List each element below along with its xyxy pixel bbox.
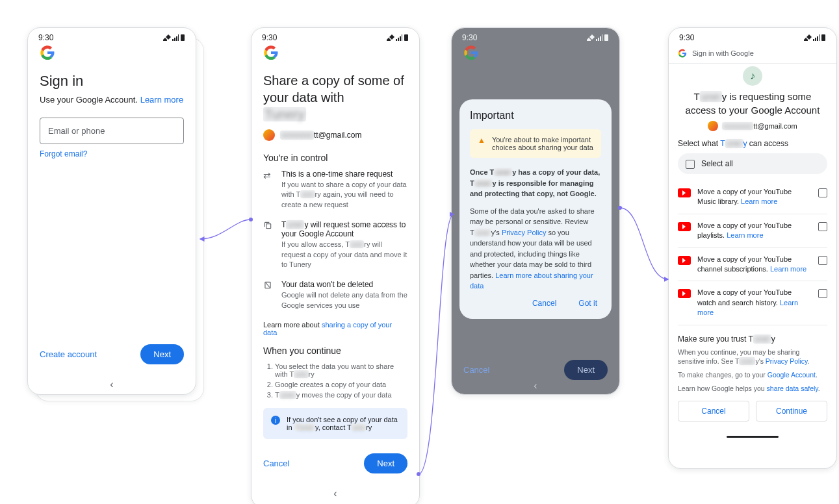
create-account-button[interactable]: Create account xyxy=(40,349,97,359)
page-title: Share a copy of some of your data with T… xyxy=(263,72,407,123)
learn-more-link[interactable]: Learn more xyxy=(770,265,807,273)
checkbox-icon[interactable] xyxy=(818,289,827,298)
info-access: Tunery will request some access to your … xyxy=(263,220,407,270)
status-icons xyxy=(387,34,409,42)
nav-back-icon[interactable]: ‹ xyxy=(28,375,196,394)
google-account-link[interactable]: Google Account xyxy=(768,371,816,379)
svg-line-4 xyxy=(266,283,270,288)
status-bar: 9:30 xyxy=(669,28,836,45)
google-logo-icon xyxy=(678,49,687,58)
learn-more-link[interactable]: Learn more xyxy=(727,231,763,239)
google-logo-icon xyxy=(463,45,479,60)
youtube-icon xyxy=(678,222,691,231)
svg-rect-6 xyxy=(821,34,825,41)
nav-back-icon[interactable]: ‹ xyxy=(252,484,419,503)
sign-in-with-google-bar: Sign in with Google xyxy=(669,45,836,64)
bg-cancel-button: Cancel xyxy=(463,365,489,375)
google-logo-icon xyxy=(263,45,279,60)
account-chip[interactable]: xxxxxxxxtt@gmail.com xyxy=(263,129,407,141)
youtube-icon xyxy=(678,188,691,197)
important-dialog: Important ▲ You're about to make importa… xyxy=(459,99,612,319)
info-nodelete: Your data won't be deleted Google will n… xyxy=(263,280,407,310)
checkbox-icon[interactable] xyxy=(818,188,827,197)
steps-list: You select the data you want to share wi… xyxy=(263,362,407,399)
dialog-p1: Once Tunery has a copy of your data, Tun… xyxy=(470,167,601,199)
privacy-link[interactable]: Privacy Policy xyxy=(502,229,546,236)
next-button[interactable]: Next xyxy=(140,344,184,364)
subtitle: Use your Google Account. Learn more xyxy=(40,95,184,105)
perm-music-library[interactable]: Move a copy of your YouTube Music librar… xyxy=(678,181,827,214)
app-badge-icon: ♪ xyxy=(743,66,762,86)
flow-arrow-1 xyxy=(196,208,255,247)
page-title: Sign in xyxy=(40,72,184,91)
svg-rect-2 xyxy=(266,224,271,229)
sync-icon: ⇄ xyxy=(263,170,275,210)
no-delete-icon xyxy=(263,281,275,310)
avatar-icon xyxy=(708,121,718,131)
app-name-redacted: Tunery xyxy=(263,107,306,121)
continue-button[interactable]: Continue xyxy=(756,401,827,422)
checkbox-icon[interactable] xyxy=(818,222,827,231)
dialog-gotit-button[interactable]: Got it xyxy=(574,298,601,309)
avatar-icon xyxy=(263,129,275,141)
dialog-p2: Some of the data you're asked to share m… xyxy=(470,206,601,292)
account-email: xxxxxxxxtt@gmail.com xyxy=(280,131,362,140)
warning-banner: ▲ You're about to make important choices… xyxy=(470,129,601,158)
home-indicator xyxy=(727,436,779,438)
email-field[interactable]: Email or phone xyxy=(40,118,184,144)
cancel-button[interactable]: Cancel xyxy=(263,459,289,468)
svg-rect-0 xyxy=(181,34,185,41)
status-icons xyxy=(163,34,185,42)
screen-share-consent: 9:30 Share a copy of some of your data w… xyxy=(251,27,420,504)
warning-icon: ▲ xyxy=(478,136,485,145)
forgot-email-link[interactable]: Forgot email? xyxy=(40,149,87,158)
nav-back-icon: ‹ xyxy=(452,376,619,395)
share-safely-link[interactable]: share data safely xyxy=(767,384,818,392)
screen-permissions: 9:30 Sign in with Google ♪ Tunery is req… xyxy=(668,27,837,469)
perm-subscriptions[interactable]: Move a copy of your YouTube channel subs… xyxy=(678,248,827,282)
status-bar: 9:30 xyxy=(28,28,196,45)
google-logo-icon xyxy=(40,45,55,60)
copy-icon xyxy=(263,221,275,270)
status-time: 9:30 xyxy=(679,33,694,42)
section-control: You're in control xyxy=(263,153,407,163)
learn-more-link[interactable]: Learn more xyxy=(741,197,777,205)
svg-rect-5 xyxy=(604,34,608,41)
select-all-toggle[interactable]: Select all xyxy=(678,153,827,174)
cancel-button[interactable]: Cancel xyxy=(678,401,749,422)
info-icon: i xyxy=(271,416,280,425)
youtube-icon xyxy=(678,289,691,298)
account-email: xxxxxxxxtt@gmail.com xyxy=(722,122,797,130)
checkbox-icon xyxy=(686,160,695,169)
request-title: Tunery is requesting some access to your… xyxy=(678,90,827,117)
youtube-icon xyxy=(678,256,691,265)
status-time: 9:30 xyxy=(262,33,277,42)
dialog-cancel-button[interactable]: Cancel xyxy=(528,298,560,309)
dialog-title: Important xyxy=(470,110,601,121)
info-onetime: ⇄ This is a one-time share request If yo… xyxy=(263,170,407,210)
svg-rect-1 xyxy=(404,34,408,41)
next-button[interactable]: Next xyxy=(364,453,407,473)
perm-playlists[interactable]: Move a copy of your YouTube playlists. L… xyxy=(678,214,827,248)
status-time: 9:30 xyxy=(38,33,53,42)
screen-important-modal: 9:30 Cancel Next ‹ Important ▲ xyxy=(451,27,620,395)
flow-arrow-3 xyxy=(617,201,672,305)
select-heading: Select what Tunery can access xyxy=(678,139,827,148)
status-icons xyxy=(804,34,826,42)
perm-history[interactable]: Move a copy of your YouTube watch and se… xyxy=(678,281,827,325)
account-chip[interactable]: xxxxxxxxtt@gmail.com xyxy=(678,121,827,131)
learn-more-link[interactable]: Learn more xyxy=(140,95,183,105)
privacy-link[interactable]: Privacy Policy xyxy=(766,357,808,365)
status-bar: 9:30 xyxy=(252,28,419,45)
checkbox-icon[interactable] xyxy=(818,256,827,265)
screen-signin: 9:30 Sign in Use your Google Account. Le… xyxy=(27,27,196,395)
info-callout: i If you don't see a copy of your data i… xyxy=(263,408,407,439)
trust-heading: Make sure you trust Tunery xyxy=(678,334,827,344)
learn-more-row: Learn more about sharing a copy of your … xyxy=(263,321,407,336)
section-continue: When you continue xyxy=(263,346,407,356)
